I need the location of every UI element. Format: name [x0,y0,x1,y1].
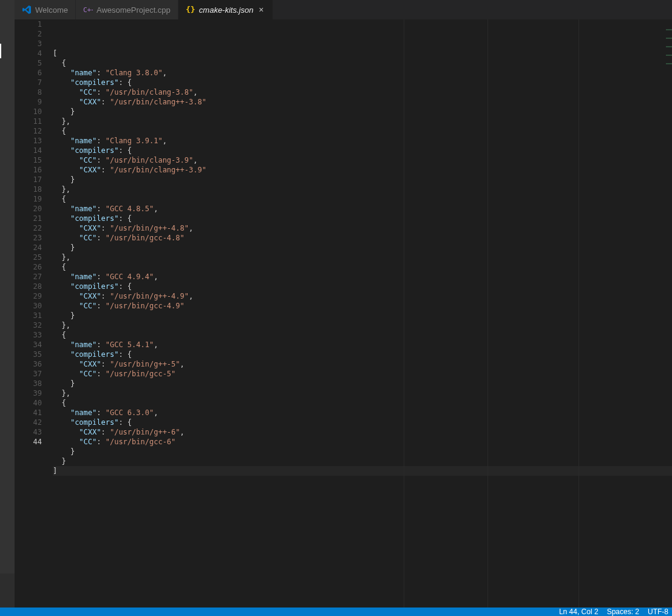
code-line[interactable]: "CXX": "/usr/bin/g++-4.9", [53,291,672,301]
code-line[interactable]: "CC": "/usr/bin/gcc-6" [53,437,672,447]
line-number: 4 [15,49,42,58]
line-number: 31 [15,311,42,320]
cpp-file-icon: C++ [83,5,93,15]
activity-item[interactable] [0,15,15,29]
code-line[interactable]: { [53,330,672,340]
code-line[interactable]: "CC": "/usr/bin/clang-3.9", [53,155,672,165]
code-line[interactable]: [ [53,49,672,58]
status-encoding[interactable]: UTF-8 [648,608,668,616]
code-line[interactable]: "CC": "/usr/bin/gcc-4.9" [53,301,672,311]
line-number: 2 [15,29,42,39]
svg-text:{}: {} [186,5,195,14]
line-number: 41 [15,408,42,418]
code-line[interactable]: } [53,447,672,456]
line-number: 20 [15,204,42,214]
code-line[interactable]: "compilers": { [53,282,672,291]
code-line[interactable]: { [53,194,672,204]
line-number: 27 [15,272,42,282]
status-indent[interactable]: Spaces: 2 [607,608,639,616]
code-line[interactable]: } [53,311,672,320]
tab-label: AwesomeProject.cpp [97,5,171,15]
code-line[interactable]: "compilers": { [53,418,672,427]
activity-bottom[interactable] [0,574,15,608]
line-number: 21 [15,214,42,223]
code-line[interactable]: "compilers": { [53,214,672,223]
code-line[interactable]: "name": "GCC 5.4.1", [53,340,672,350]
close-icon[interactable]: × [257,5,265,14]
tab-awesomeproject-cpp[interactable]: C++AwesomeProject.cpp [76,0,178,19]
line-number: 19 [15,194,42,204]
line-number: 34 [15,340,42,350]
code-line[interactable]: ] [53,466,672,476]
code-line[interactable]: "CC": "/usr/bin/gcc-5" [53,369,672,379]
line-number: 33 [15,330,42,340]
code-line[interactable]: }, [53,320,672,330]
code-line[interactable]: { [53,262,672,272]
line-number: 10 [15,107,42,117]
json-file-icon: {} [186,5,195,15]
line-number: 17 [15,175,42,184]
activity-active-indicator [0,44,1,58]
line-number: 29 [15,291,42,301]
code-line[interactable]: "CC": "/usr/bin/clang-3.8", [53,87,672,97]
code-line[interactable]: "name": "Clang 3.9.1", [53,136,672,146]
code-line[interactable]: "compilers": { [53,350,672,359]
code-line[interactable]: }, [53,117,672,126]
line-number: 15 [15,155,42,165]
code-line[interactable]: { [53,126,672,136]
code-line[interactable]: } [53,107,672,117]
line-number: 9 [15,97,42,107]
activity-item[interactable] [0,73,15,87]
line-number: 3 [15,39,42,49]
tab-welcome[interactable]: Welcome [15,0,76,19]
code-line[interactable]: "CXX": "/usr/bin/g++-5", [53,359,672,369]
code-line[interactable]: "CXX": "/usr/bin/clang++-3.9" [53,165,672,175]
activity-item[interactable] [0,44,15,58]
line-number: 42 [15,418,42,427]
code-line[interactable]: "CXX": "/usr/bin/clang++-3.8" [53,97,672,107]
code-line[interactable]: "compilers": { [53,146,672,155]
line-number: 37 [15,369,42,379]
editor[interactable]: 1234567891011121314151617181920212223242… [15,19,672,608]
code-line[interactable]: }, [53,184,672,194]
line-number: 44 [15,437,42,447]
line-number: 32 [15,320,42,330]
line-number: 5 [15,58,42,68]
code-line[interactable]: } [53,243,672,252]
code-line[interactable]: { [53,58,672,68]
line-number: 12 [15,126,42,136]
code-line[interactable]: "CC": "/usr/bin/gcc-4.8" [53,233,672,243]
line-number: 38 [15,379,42,388]
code-line[interactable]: } [53,379,672,388]
code-area[interactable]: [ { "name": "Clang 3.8.0", "compilers": … [53,19,672,608]
line-number: 36 [15,359,42,369]
activity-item[interactable] [0,58,15,73]
svg-text:C++: C++ [83,6,93,14]
line-number: 26 [15,262,42,272]
line-number: 28 [15,282,42,291]
code-line[interactable]: "CXX": "/usr/bin/g++-4.8", [53,223,672,233]
code-line[interactable]: "CXX": "/usr/bin/g++-6", [53,427,672,437]
line-number: 11 [15,117,42,126]
code-line[interactable]: "name": "GCC 6.3.0", [53,408,672,418]
code-line[interactable]: }, [53,252,672,262]
line-number: 16 [15,165,42,175]
code-line[interactable]: "name": "GCC 4.8.5", [53,204,672,214]
status-cursor[interactable]: Ln 44, Col 2 [559,608,599,616]
line-number: 25 [15,252,42,262]
line-number: 7 [15,78,42,87]
code-line[interactable]: } [53,175,672,184]
code-line[interactable]: { [53,398,672,408]
code-line[interactable]: "name": "Clang 3.8.0", [53,68,672,78]
code-line[interactable]: } [53,456,672,466]
code-line[interactable]: }, [53,388,672,398]
code-line[interactable]: "compilers": { [53,78,672,87]
ruler [404,19,404,608]
line-number: 40 [15,398,42,408]
code-line[interactable]: "name": "GCC 4.9.4", [53,272,672,282]
line-number: 23 [15,233,42,243]
tab-cmake-kits-json[interactable]: {}cmake-kits.json× [178,0,274,19]
activity-item[interactable] [0,0,15,15]
activity-item[interactable] [0,29,15,44]
activity-bar [0,0,15,608]
